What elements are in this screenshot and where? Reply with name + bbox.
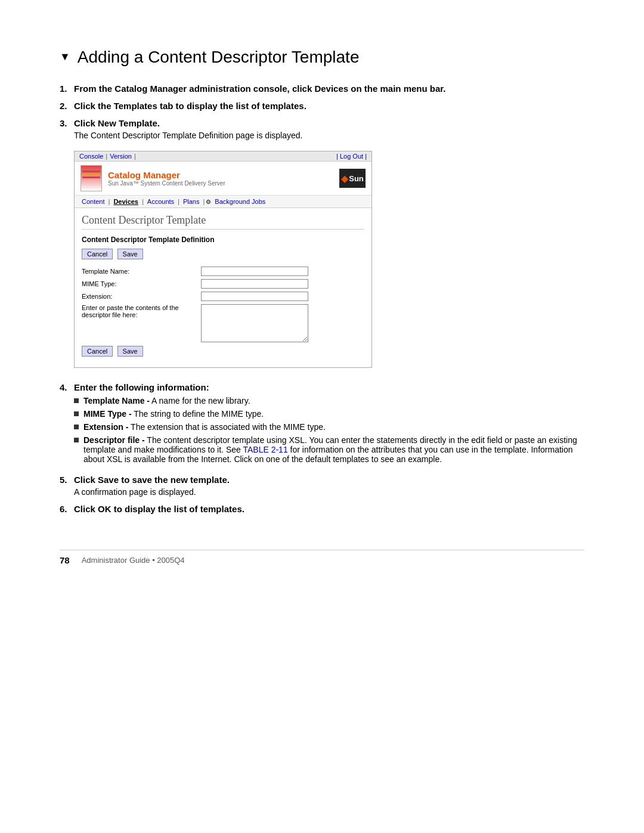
step-5-body: Click Save to save the new template. A c…: [74, 475, 230, 497]
nav-devices[interactable]: Devices: [111, 198, 141, 205]
topbar-sep-2: |: [134, 153, 136, 160]
bullet-4-content: Descriptor file - The content descriptor…: [83, 435, 584, 464]
nav-plans[interactable]: Plans: [181, 198, 202, 205]
sun-text: Sun: [349, 174, 364, 183]
template-name-row: Template Name:: [82, 267, 364, 276]
nav-background-jobs[interactable]: Background Jobs: [212, 198, 268, 205]
book-lines: [82, 171, 100, 179]
step-4-number: 4.: [60, 382, 72, 467]
sc-page-title: Content Descriptor Template: [82, 214, 364, 230]
sc-header-title: Catalog Manager: [108, 170, 225, 180]
step-6-number: 6.: [60, 504, 72, 514]
step-1-number: 1.: [60, 83, 72, 94]
step-1: 1. From the Catalog Manager administrati…: [60, 83, 584, 94]
page-footer: 78 Administrator Guide • 2005Q4: [60, 550, 584, 565]
extension-label: Extension:: [82, 293, 201, 300]
sc-header: Catalog Manager Sun Java™ System Content…: [75, 162, 371, 196]
nav-sep-4: |: [203, 198, 205, 205]
extension-input[interactable]: [201, 292, 308, 301]
screenshot-ui: Console | Version | | Log Out | Catalog …: [74, 151, 372, 368]
step-3-number: 3.: [60, 118, 72, 140]
step-2: 2. Click the Templates tab to display th…: [60, 101, 584, 111]
cancel-button-top[interactable]: Cancel: [82, 249, 113, 259]
mime-type-row: MIME Type:: [82, 279, 364, 289]
footer-page-num: 78: [60, 555, 70, 565]
topbar-sep-4: |: [365, 153, 367, 160]
sc-buttons-bottom: Cancel Save: [82, 346, 364, 361]
page-heading: ▼ Adding a Content Descriptor Template: [60, 48, 584, 67]
extension-row: Extension:: [82, 292, 364, 301]
step-5-text: Click Save to save the new template.: [74, 475, 230, 485]
step-3-sub: The Content Descriptor Template Definiti…: [74, 131, 302, 140]
step-1-body: From the Catalog Manager administration …: [74, 83, 446, 94]
step-6: 6. Click OK to display the list of templ…: [60, 504, 584, 514]
sc-header-subtitle: Sun Java™ System Content Delivery Server: [108, 180, 225, 187]
descriptor-textarea[interactable]: [201, 304, 308, 342]
descriptor-row: Enter or paste the contents of the descr…: [82, 304, 364, 342]
step-3-text: Click New Template.: [74, 118, 160, 128]
nav-sep-3: |: [178, 198, 179, 205]
sun-logo: ◆ Sun: [339, 169, 366, 188]
bullet-extension: Extension - The extension that is associ…: [74, 422, 584, 432]
logout-link[interactable]: Log Out: [340, 153, 363, 160]
sc-header-text: Catalog Manager Sun Java™ System Content…: [108, 170, 225, 187]
bullet-icon-2: [74, 411, 79, 416]
step-6-body: Click OK to display the list of template…: [74, 504, 244, 514]
bullet-icon-4: [74, 438, 79, 442]
step-1-text: From the Catalog Manager administration …: [74, 83, 446, 94]
book-line-1: [82, 171, 100, 172]
step-2-body: Click the Templates tab to display the l…: [74, 101, 306, 111]
sc-content-area: Content Descriptor Template Content Desc…: [75, 208, 371, 367]
nav-sep-2: |: [142, 198, 144, 205]
sc-navbar: Content | Devices | Accounts | Plans | ⚙…: [75, 196, 371, 208]
step-6-text: Click OK to display the list of template…: [74, 504, 244, 514]
bullet-3-content: Extension - The extension that is associ…: [83, 422, 326, 432]
descriptor-label: Enter or paste the contents of the descr…: [82, 304, 201, 318]
bullet-2-term: MIME Type -: [83, 409, 132, 419]
mime-type-label: MIME Type:: [82, 280, 201, 287]
bullet-mime-type: MIME Type - The string to define the MIM…: [74, 409, 584, 419]
nav-sep-1: |: [109, 198, 110, 205]
sun-diamond-icon: ◆: [341, 173, 348, 184]
step-4-text: Enter the following information:: [74, 382, 209, 392]
step-5: 5. Click Save to save the new template. …: [60, 475, 584, 497]
template-name-label: Template Name:: [82, 268, 201, 275]
sc-form: Template Name: MIME Type: Extension: Ent…: [82, 267, 364, 342]
step-2-number: 2.: [60, 101, 72, 111]
bullet-2-content: MIME Type - The string to define the MIM…: [83, 409, 264, 419]
bullet-icon-1: [74, 398, 79, 403]
background-jobs-icon: ⚙: [206, 199, 211, 205]
book-line-2: [82, 174, 100, 175]
step-3: 3. Click New Template. The Content Descr…: [60, 118, 584, 140]
sc-section-title: Content Descriptor Template Definition: [82, 236, 364, 244]
sc-header-left: Catalog Manager Sun Java™ System Content…: [80, 165, 225, 191]
nav-accounts[interactable]: Accounts: [145, 198, 177, 205]
sc-topbar: Console | Version | | Log Out |: [75, 151, 371, 162]
step-4-body: Enter the following information: Templat…: [74, 382, 584, 467]
bullet-icon-3: [74, 425, 79, 429]
catalog-book-icon: [80, 165, 102, 191]
bullet-3-term: Extension -: [83, 422, 128, 432]
version-link[interactable]: Version: [110, 153, 132, 160]
bullet-1-term: Template Name -: [83, 396, 150, 405]
bullet-template-name: Template Name - A name for the new libra…: [74, 396, 584, 405]
nav-content[interactable]: Content: [79, 198, 107, 205]
template-name-input[interactable]: [201, 267, 308, 276]
console-link[interactable]: Console: [79, 153, 103, 160]
page-title: Adding a Content Descriptor Template: [78, 48, 360, 67]
cancel-button-bottom[interactable]: Cancel: [82, 346, 113, 357]
step-3-body: Click New Template. The Content Descript…: [74, 118, 302, 140]
book-line-3: [82, 176, 100, 178]
save-button-bottom[interactable]: Save: [117, 346, 143, 357]
triangle-icon: ▼: [60, 51, 70, 63]
sc-buttons-top: Cancel Save: [82, 249, 364, 264]
topbar-sep-1: |: [106, 153, 107, 160]
bullet-4-term: Descriptor file -: [83, 435, 145, 445]
table-2-11-link[interactable]: TABLE 2-11: [243, 445, 287, 454]
mime-type-input[interactable]: [201, 279, 308, 289]
save-button-top[interactable]: Save: [117, 249, 143, 259]
step-5-number: 5.: [60, 475, 72, 497]
step-4-bullets: Template Name - A name for the new libra…: [74, 396, 584, 464]
sc-topbar-left: Console | Version |: [79, 153, 136, 160]
topbar-sep-3: |: [336, 153, 338, 160]
